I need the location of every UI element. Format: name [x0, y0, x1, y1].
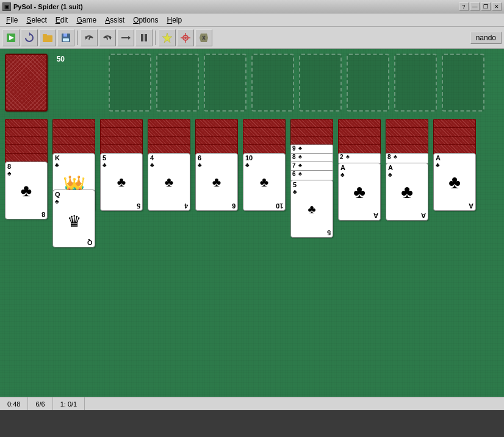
- pause-button[interactable]: [135, 29, 153, 46]
- card-5c-col7[interactable]: 5 ♣ ♣ 5: [290, 180, 333, 238]
- menu-assist[interactable]: Assist: [101, 15, 128, 26]
- menu-bar: File Select Edit Game Assist Options Hel…: [0, 13, 504, 27]
- toolbar-sep-1: [77, 30, 78, 45]
- foundation-pile-1[interactable]: [109, 54, 151, 112]
- status-moves: 1: 0/1: [53, 397, 85, 410]
- foundation-pile-6[interactable]: [347, 54, 389, 112]
- foundation-pile-8[interactable]: [442, 54, 484, 112]
- close-button[interactable]: ✕: [492, 2, 502, 11]
- toolbar-sep-2: [155, 30, 156, 45]
- card-6c[interactable]: 6 ♣ ♣ 6: [195, 153, 238, 211]
- svg-marker-2: [29, 32, 31, 36]
- quit-button[interactable]: [195, 29, 212, 46]
- foundation-pile-5[interactable]: [299, 54, 342, 112]
- card-qc[interactable]: Q ♣ ♛ Q: [52, 190, 95, 247]
- status-time: 0:48: [0, 397, 28, 410]
- title-text: PySol - Spider (1 suit): [13, 3, 83, 10]
- new-game-button[interactable]: [2, 29, 20, 46]
- card-8c[interactable]: 8 ♣ ♣ 8: [5, 162, 48, 219]
- title-bar: ▣ PySol - Spider (1 suit) ? — ❐ ✕: [0, 0, 504, 13]
- stock-count: 50: [57, 55, 65, 63]
- open-button[interactable]: [39, 29, 56, 46]
- restart-button[interactable]: [21, 29, 38, 46]
- foundation-pile-4[interactable]: [251, 54, 294, 112]
- menu-file[interactable]: File: [2, 15, 21, 26]
- autodrop-button[interactable]: [117, 29, 134, 46]
- foundation-pile-2[interactable]: [156, 54, 199, 112]
- status-score: 6/6: [28, 397, 52, 410]
- toolbar: nando: [0, 27, 504, 49]
- title-controls: ? — ❐ ✕: [459, 2, 502, 11]
- save-button[interactable]: [57, 29, 74, 46]
- card-ac-col10[interactable]: A ♣ ♣ A: [433, 153, 476, 211]
- status-bar: 0:48 6/6 1: 0/1: [0, 397, 504, 410]
- card-ac[interactable]: A ♣ ♣ A: [338, 163, 381, 221]
- foundation-pile-7[interactable]: [394, 54, 437, 112]
- prefs-button[interactable]: [177, 29, 194, 46]
- card-5c[interactable]: 5 ♣ ♣ 5: [100, 153, 143, 211]
- menu-edit[interactable]: Edit: [52, 15, 72, 26]
- svg-rect-6: [63, 34, 67, 37]
- stock-card[interactable]: [5, 54, 48, 112]
- svg-point-17: [184, 37, 187, 39]
- menu-game[interactable]: Game: [73, 15, 100, 26]
- stock-pile[interactable]: 50: [5, 54, 48, 112]
- svg-rect-14: [145, 34, 147, 41]
- menu-select[interactable]: Select: [23, 15, 50, 26]
- foundation-pile-3[interactable]: [204, 54, 247, 112]
- card-10c[interactable]: 10 ♣ ♣ 10: [243, 153, 286, 211]
- undo-button[interactable]: [81, 29, 98, 46]
- game-area: 50 8 ♣ ♣ 8 K ♣ 👑 K: [0, 49, 504, 397]
- svg-rect-4: [43, 34, 47, 37]
- card-4c[interactable]: 4 ♣ ♣ 4: [148, 153, 190, 211]
- title-icon: ▣: [2, 2, 11, 11]
- card-ac-col9[interactable]: A ♣ ♣ A: [386, 163, 428, 221]
- redo-button[interactable]: [99, 29, 116, 46]
- svg-marker-12: [128, 36, 131, 40]
- minimize-button[interactable]: —: [470, 2, 480, 11]
- restore-button[interactable]: ❐: [481, 2, 491, 11]
- menu-options[interactable]: Options: [129, 15, 162, 26]
- stats-button[interactable]: [159, 29, 176, 46]
- svg-rect-13: [141, 34, 143, 41]
- menu-help[interactable]: Help: [164, 15, 186, 26]
- help-button[interactable]: ?: [459, 2, 469, 11]
- svg-rect-7: [63, 38, 69, 41]
- username-button[interactable]: nando: [470, 32, 502, 44]
- svg-marker-15: [162, 33, 172, 43]
- title-bar-left: ▣ PySol - Spider (1 suit): [2, 2, 83, 11]
